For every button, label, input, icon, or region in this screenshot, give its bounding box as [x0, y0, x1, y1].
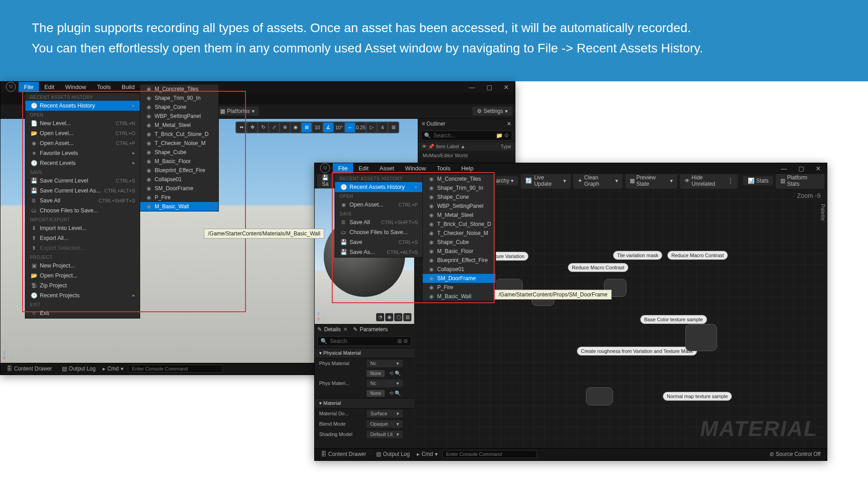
- recent-asset-item[interactable]: ◉SM_DoorFrame: [140, 184, 218, 193]
- recent-asset-item[interactable]: ◉T_Checker_Noise_M: [423, 229, 495, 238]
- menu-edit[interactable]: Edit: [353, 163, 374, 174]
- recent-asset-item[interactable]: ◉Shape_Trim_90_In: [423, 183, 495, 192]
- menu-window[interactable]: Window: [60, 82, 91, 92]
- recent-asset-item[interactable]: ◉T_Checker_Noise_M: [140, 139, 218, 148]
- open-asset[interactable]: ◉Open Asset...CTRL+P: [335, 200, 422, 210]
- platforms-dropdown[interactable]: ▦ Platforms ▾: [216, 107, 259, 116]
- menu-window[interactable]: Window: [400, 163, 431, 174]
- recent-assets-history[interactable]: 🕑Recent Assets History▸: [335, 182, 422, 192]
- graph-node[interactable]: [685, 324, 717, 351]
- graph-comment-roughness[interactable]: Create roughness from Variation and Text…: [577, 347, 697, 356]
- stats-button[interactable]: 📊 Stats: [743, 176, 773, 185]
- graph-comment-tilemask[interactable]: Tile variation mask: [613, 251, 662, 260]
- recent-asset-item[interactable]: ◉Collapse01: [423, 265, 495, 274]
- maximize-button[interactable]: ▢: [793, 162, 810, 175]
- choose-files-save[interactable]: 🗂Choose Files to Save...: [335, 227, 422, 237]
- menu-tools[interactable]: Tools: [92, 82, 116, 92]
- choose-files-save[interactable]: 🗂Choose Files to Save...: [25, 206, 140, 216]
- open-level[interactable]: 📂Open Level...CTRL+O: [25, 128, 140, 138]
- recent-asset-item[interactable]: ◉M_Basic_Floor: [423, 247, 495, 256]
- recent-levels[interactable]: 🕑Recent Levels▸: [25, 158, 140, 168]
- recent-asset-item[interactable]: ◉M_Basic_Wall: [423, 292, 495, 301]
- clean-graph-button[interactable]: ✦ Clean Graph ▾: [573, 173, 623, 188]
- open-project[interactable]: 📂Open Project...: [25, 271, 140, 281]
- tab-details[interactable]: ✎ Details ✕: [317, 326, 348, 333]
- menu-asset[interactable]: Asset: [374, 163, 400, 174]
- recent-asset-item[interactable]: ◉Blueprint_Effect_Fire: [140, 166, 218, 175]
- outliner-row[interactable]: MvMan/Editor World: [418, 151, 515, 160]
- settings-dropdown[interactable]: ⚙ Settings ▾: [472, 107, 512, 116]
- new-level[interactable]: 📄New Level...CTRL+N: [25, 118, 140, 128]
- minimize-button[interactable]: —: [775, 162, 793, 175]
- shape-icon[interactable]: ◉: [385, 313, 393, 321]
- source-control-status[interactable]: ⊘ Source Control Off: [767, 450, 823, 459]
- palette-tab[interactable]: Palette: [820, 204, 826, 221]
- recent-asset-item[interactable]: ◉P_Fire: [140, 193, 218, 202]
- save-current-level-as[interactable]: 💾Save Current Level As...CTRL+ALT+S: [25, 186, 140, 196]
- maximize-button[interactable]: ▢: [481, 81, 498, 94]
- recent-projects[interactable]: 🕑Recent Projects▸: [25, 291, 140, 300]
- cmd-dropdown[interactable]: ▸Cmd ▾: [417, 451, 437, 457]
- recent-asset-item[interactable]: ◉M_Concrete_Tiles: [140, 84, 218, 94]
- open-asset[interactable]: ◉Open Asset...CTRL+P: [25, 138, 140, 148]
- graph-node[interactable]: [586, 387, 613, 405]
- recent-asset-item[interactable]: ◉T_Brick_Cut_Stone_D: [423, 220, 495, 229]
- save-current-level[interactable]: 💾Save Current LevelCTRL+S: [25, 176, 140, 186]
- graph-comment-reduce1[interactable]: Reduce Macro Contrast: [667, 251, 728, 260]
- category-physical-material[interactable]: ▾ Physical Material: [315, 348, 414, 358]
- recent-asset-item[interactable]: ◉Shape_Cone: [140, 103, 218, 112]
- recent-asset-item[interactable]: ◉WBP_SettingPanel: [140, 112, 218, 121]
- menu-help[interactable]: Help: [456, 163, 479, 174]
- recent-asset-item[interactable]: ◉T_Brick_Cut_Stone_D: [140, 130, 218, 139]
- tab-parameters[interactable]: ✎ Parameters: [353, 326, 388, 333]
- recent-asset-item[interactable]: ◉M_Metal_Steel: [423, 211, 495, 220]
- recent-asset-item[interactable]: ◉M_Concrete_Tiles: [423, 174, 495, 183]
- save-all[interactable]: 🗎Save AllCTRL+SHIFT+S: [25, 196, 140, 206]
- close-icon[interactable]: ✕: [507, 121, 511, 127]
- graph-comment-reduce2[interactable]: Reduce Macro Contrast: [568, 263, 628, 272]
- menu-edit[interactable]: Edit: [39, 82, 60, 92]
- recent-asset-item[interactable]: ◉Collapse01: [140, 175, 218, 184]
- details-search[interactable]: 🔍 Search⊞ ⚙: [317, 336, 411, 346]
- shape-icon[interactable]: ◔: [376, 313, 384, 321]
- menu-build[interactable]: Build: [116, 82, 140, 92]
- recent-asset-item[interactable]: ◉M_Metal_Steel: [140, 121, 218, 130]
- viewport-transform-icons[interactable]: ⬌✥↻⤢⊕◉ ⊞10 ∡10° ↔0.25 ▷4 ⊞: [236, 122, 399, 133]
- import-into-level[interactable]: ⬇Import Into Level...: [25, 223, 140, 233]
- export-all[interactable]: ⬆Export All...: [25, 233, 140, 243]
- console-input[interactable]: [128, 365, 223, 373]
- hide-unrelated-button[interactable]: 👁 Hide Unrelated ⋮: [680, 173, 738, 188]
- zip-project[interactable]: 🗜Zip Project: [25, 281, 140, 291]
- favorite-levels[interactable]: ★Favorite Levels▸: [25, 148, 140, 158]
- recent-asset-item[interactable]: ◉Blueprint_Effect_Fire: [423, 256, 495, 265]
- recent-asset-item[interactable]: ◉Shape_Cube: [423, 238, 495, 247]
- content-drawer-button[interactable]: 🗄 Content Drawer: [4, 364, 55, 373]
- content-drawer-button[interactable]: 🗄 Content Drawer: [318, 450, 369, 459]
- recent-asset-item[interactable]: ◉Shape_Cube: [140, 148, 218, 157]
- recent-asset-item[interactable]: ◉Shape_Cone: [423, 192, 495, 202]
- recent-asset-item[interactable]: ◉P_Fire: [423, 283, 495, 292]
- minimize-button[interactable]: —: [463, 81, 481, 94]
- exit[interactable]: ⎋Exit: [25, 308, 140, 318]
- recent-asset-item[interactable]: ◉M_Basic_Wall: [140, 202, 218, 211]
- menu-tools[interactable]: Tools: [431, 163, 456, 174]
- recent-asset-item[interactable]: ◉SM_DoorFrame: [423, 274, 495, 283]
- category-material[interactable]: ▾ Material: [315, 398, 414, 408]
- graph-comment-normal[interactable]: Normal map texture sample: [663, 392, 732, 401]
- output-log-button[interactable]: ▤ Output Log: [373, 450, 412, 459]
- preview-state-dropdown[interactable]: ▦ Preview State ▾: [625, 173, 677, 188]
- menu-file[interactable]: File: [333, 163, 353, 174]
- cmd-dropdown[interactable]: ▸Cmd ▾: [103, 366, 123, 372]
- save[interactable]: 💾SaveCTRL+S: [335, 237, 422, 247]
- new-project[interactable]: ▣New Project...: [25, 261, 140, 271]
- platform-stats-button[interactable]: ▥ Platform Stats: [776, 173, 824, 188]
- recent-asset-item[interactable]: ◉Shape_Trim_90_In: [140, 94, 218, 103]
- save-all[interactable]: 🗎Save AllCTRL+SHIFT+S: [335, 217, 422, 227]
- output-log-button[interactable]: ▤ Output Log: [59, 364, 98, 373]
- console-input[interactable]: [442, 450, 537, 458]
- live-update-dropdown[interactable]: 🔄 Live Update ▾: [521, 173, 571, 188]
- outliner-search[interactable]: 🔍 Search...📁 ⚙: [421, 131, 512, 141]
- close-button[interactable]: ✕: [810, 162, 827, 175]
- close-button[interactable]: ✕: [498, 81, 515, 94]
- save-as[interactable]: 💾Save As...CTRL+ALT+S: [335, 247, 422, 257]
